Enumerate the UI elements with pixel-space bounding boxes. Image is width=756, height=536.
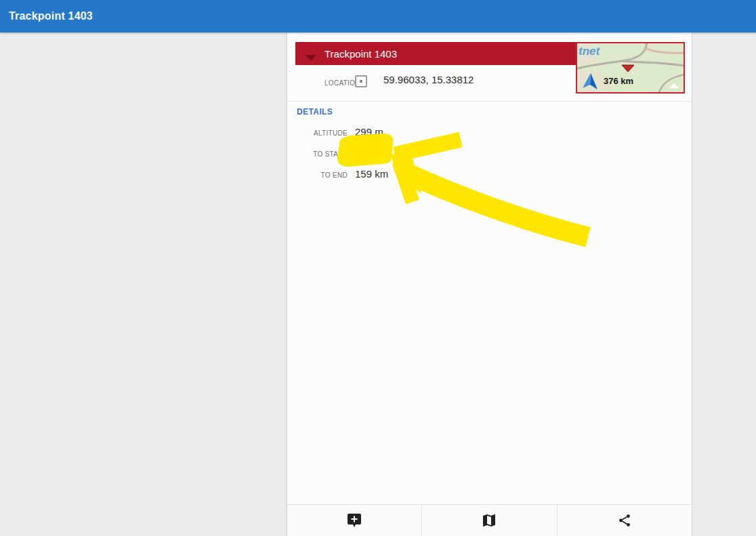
detail-value: 159 km (355, 168, 388, 180)
trackpoint-detail-panel: Trackpoint 1403 tnet 376 km LOCATION 59.… (287, 33, 692, 536)
add-point-icon (346, 512, 362, 529)
coordinates-value: 59.96033, 15.33812 (383, 74, 474, 85)
details-rows: ALTITUDE 299 m TO START 106 km TO END 15… (287, 123, 692, 186)
bottom-toolbar (287, 504, 692, 536)
detail-value: 106 km (355, 147, 388, 159)
detail-label: ALTITUDE (287, 129, 348, 137)
expand-map-icon (669, 83, 679, 88)
detail-label: TO START (287, 150, 348, 158)
map-icon (481, 512, 497, 529)
app-bar: Trackpoint 1403 (0, 0, 756, 33)
map-distance-label: 376 km (604, 76, 633, 86)
detail-value: 299 m (355, 126, 383, 138)
app-bar-title: Trackpoint 1403 (0, 10, 93, 22)
detail-row-to-start: TO START 106 km (287, 144, 692, 165)
map-place-label: tnet (579, 45, 600, 58)
coordinate-format-button[interactable] (355, 75, 367, 87)
trackpoint-marker-icon (306, 55, 316, 61)
share-icon (617, 513, 632, 528)
detail-row-to-end: TO END 159 km (287, 165, 692, 186)
details-heading: DETAILS (297, 107, 333, 117)
map-trackpoint-marker-icon (622, 65, 634, 72)
share-button[interactable] (557, 505, 692, 536)
card-header: Trackpoint 1403 (295, 42, 577, 65)
map-preview[interactable]: tnet 376 km (576, 42, 685, 94)
detail-label: TO END (287, 171, 348, 179)
add-waypoint-button[interactable] (287, 505, 421, 536)
detail-row-altitude: ALTITUDE 299 m (287, 123, 692, 144)
show-on-map-button[interactable] (421, 505, 556, 536)
